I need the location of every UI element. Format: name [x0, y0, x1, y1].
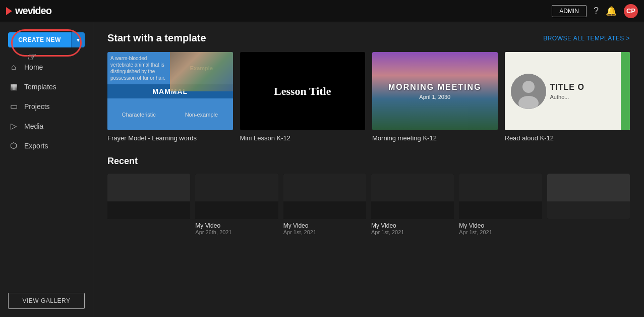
recent-card-6[interactable]	[547, 174, 630, 235]
template-label-morning-meeting: Morning meeting K-12	[372, 134, 498, 142]
recent-card-title-5: My Video	[459, 222, 542, 229]
template-label-mini-lesson: Mini Lesson K-12	[240, 134, 366, 142]
logo-text: wevideo	[15, 5, 51, 17]
sidebar-item-templates[interactable]: ▦ Templates	[0, 77, 93, 96]
recent-card-title-3: My Video	[283, 222, 366, 229]
help-icon[interactable]: ?	[594, 6, 599, 16]
read-aloud-title: TITLE O	[550, 83, 624, 92]
frayer-description: A warm-blooded vertebrate animal that is…	[107, 52, 170, 84]
template-card-mini-lesson[interactable]: Lesson Title Mini Lesson K-12	[240, 52, 366, 142]
recent-card-2[interactable]: My Video Apr 26th, 2021	[195, 174, 278, 235]
template-thumb-read-aloud: TITLE O Autho...	[505, 52, 630, 130]
notification-icon[interactable]: 🔔	[606, 6, 617, 17]
media-icon: ▷	[9, 121, 18, 131]
frayer-characteristic: Characteristic	[107, 98, 170, 130]
home-icon: ⌂	[9, 63, 18, 72]
template-label-frayer: Frayer Model - Learning words	[107, 134, 233, 142]
green-bar	[621, 52, 630, 130]
sidebar-item-home[interactable]: ⌂ Home	[0, 58, 93, 77]
templates-section-header: Start with a template BROWSE ALL TEMPLAT…	[107, 32, 630, 44]
recent-card-date-4: Apr 1st, 2021	[371, 229, 454, 235]
read-aloud-text-area: TITLE O Autho...	[550, 83, 624, 100]
recent-thumb-4	[371, 174, 454, 219]
recent-card-date-5: Apr 1st, 2021	[459, 229, 542, 235]
morning-thumb-content: MORNING MEETING April 1, 2030	[372, 52, 498, 130]
recent-card-3[interactable]: My Video Apr 1st, 2021	[283, 174, 366, 235]
browse-all-templates-link[interactable]: BROWSE ALL TEMPLATES >	[543, 35, 630, 42]
recent-thumb-2	[195, 174, 278, 219]
sidebar-item-projects-label: Projects	[24, 102, 50, 111]
recent-grid: My Video Apr 26th, 2021 My Video Apr 1st…	[107, 174, 630, 235]
svg-point-1	[522, 81, 535, 93]
main-content: Start with a template BROWSE ALL TEMPLAT…	[93, 22, 644, 317]
template-card-frayer[interactable]: A warm-blooded vertebrate animal that is…	[107, 52, 233, 142]
body: CREATE NEW ▼ ☞ ⌂ Home ▦ Templates ▭ Proj…	[0, 22, 644, 317]
header: wevideo ADMIN ? 🔔 CP	[0, 0, 644, 22]
avatar[interactable]: CP	[624, 4, 638, 18]
recent-card-title-2: My Video	[195, 222, 278, 229]
templates-section-title: Start with a template	[107, 32, 206, 44]
recent-card-5[interactable]: My Video Apr 1st, 2021	[459, 174, 542, 235]
frayer-thumb-content: A warm-blooded vertebrate animal that is…	[107, 52, 233, 130]
sidebar: CREATE NEW ▼ ☞ ⌂ Home ▦ Templates ▭ Proj…	[0, 22, 93, 317]
sidebar-item-exports[interactable]: ⬡ Exports	[0, 136, 93, 155]
morning-meeting-date: April 1, 2030	[419, 94, 450, 100]
create-new-wrapper: CREATE NEW ▼	[8, 32, 85, 47]
sidebar-item-projects[interactable]: ▭ Projects	[0, 96, 93, 116]
cursor-icon: ☞	[26, 49, 38, 64]
recent-card-4[interactable]: My Video Apr 1st, 2021	[371, 174, 454, 235]
recent-card-date-2: Apr 26th, 2021	[195, 229, 278, 235]
recent-card-date-3: Apr 1st, 2021	[283, 229, 366, 235]
sidebar-item-media[interactable]: ▷ Media	[0, 116, 93, 136]
frayer-image-overlay	[170, 52, 232, 91]
header-right: ADMIN ? 🔔 CP	[552, 4, 638, 18]
template-thumb-morning-meeting: MORNING MEETING April 1, 2030	[372, 52, 498, 130]
exports-icon: ⬡	[9, 141, 18, 150]
sidebar-item-templates-label: Templates	[24, 83, 56, 91]
recent-thumb-5	[459, 174, 542, 219]
recent-thumb-3	[283, 174, 366, 219]
projects-icon: ▭	[9, 101, 18, 111]
recent-card-title-4: My Video	[371, 222, 454, 229]
create-new-button[interactable]: CREATE NEW	[8, 32, 71, 47]
templates-grid: A warm-blooded vertebrate animal that is…	[107, 52, 630, 142]
logo-play-icon	[6, 7, 12, 15]
recent-card-1[interactable]	[107, 174, 190, 235]
admin-button[interactable]: ADMIN	[552, 5, 587, 17]
template-card-morning-meeting[interactable]: MORNING MEETING April 1, 2030 Morning me…	[372, 52, 498, 142]
sidebar-item-home-label: Home	[24, 63, 43, 71]
template-thumb-frayer: A warm-blooded vertebrate animal that is…	[107, 52, 233, 130]
mini-lesson-thumb-content: Lesson Title	[240, 52, 366, 130]
recent-thumb-6	[547, 174, 630, 219]
read-aloud-thumb-content: TITLE O Autho...	[505, 52, 630, 130]
morning-meeting-title: MORNING MEETING	[388, 83, 482, 92]
template-label-read-aloud: Read aloud K-12	[505, 134, 630, 142]
create-new-area: CREATE NEW ▼ ☞	[0, 28, 93, 58]
create-new-dropdown-button[interactable]: ▼	[71, 32, 85, 47]
read-aloud-circle	[511, 74, 546, 109]
template-card-read-aloud[interactable]: TITLE O Autho... Read aloud K-12	[505, 52, 630, 142]
sidebar-item-exports-label: Exports	[24, 142, 48, 150]
frayer-nonexample: Non-example	[170, 98, 232, 130]
sidebar-item-media-label: Media	[24, 122, 43, 130]
recent-section-title: Recent	[107, 156, 630, 167]
sidebar-bottom: VIEW GALLERY	[0, 287, 93, 317]
mini-lesson-title: Lesson Title	[274, 85, 331, 98]
recent-thumb-1	[107, 174, 190, 219]
template-thumb-mini-lesson: Lesson Title	[240, 52, 366, 130]
logo: wevideo	[6, 5, 51, 17]
templates-icon: ▦	[9, 82, 18, 91]
view-gallery-button[interactable]: VIEW GALLERY	[8, 293, 85, 309]
read-aloud-subtitle: Autho...	[550, 94, 624, 100]
